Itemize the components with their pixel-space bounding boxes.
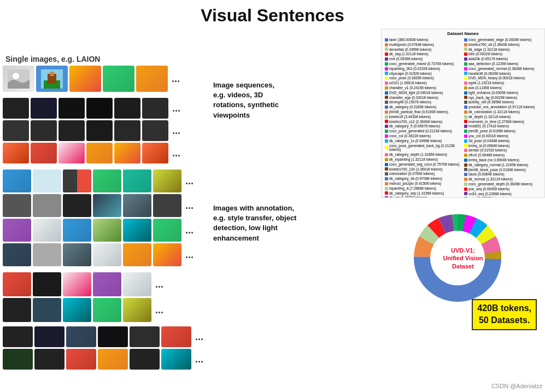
dataset-item: kinetics700_124 (2.36418 tokens) [385,167,462,172]
dataset-item: dk_category_sep (1.31958 tokens) [385,191,462,196]
annotation-label: Images with annotation,e.g. style transf… [213,203,296,243]
dataset-item: colorization (0.07698 tokens) [385,172,462,176]
dataset-item: DVD_MDN_light (0.09018 tokens) [385,91,462,95]
dataset-item: dk_category_normal (1.31958 tokens) [464,163,541,167]
dataset-item: nyu_back_bg (0.00298 tokens) [464,96,541,100]
dataset-item: chandler_ego (0.32018 tokens) [385,96,462,100]
dataset-item: instruct_pix2pix (0.41508 tokens) [385,182,462,186]
dataset-item: denlan (0.01518 tokens) [464,148,541,153]
dataset-names-panel: Dataset Names laion (380.00008 tokens)mu… [381,28,545,198]
dataset-item: dk_inpainting (1.32118 tokens) [385,157,462,162]
pie-center-label: UVD-V1: Unified Vision Dataset [443,247,483,270]
dataset-item: laion (380.00008 tokens) [385,38,462,42]
thumb-5 [136,66,168,92]
dataset-item: ava (0.11908 tokens) [464,86,541,90]
main-title: Visual Sentences [0,0,545,28]
dataset-item: moments_in_time (2.27908 tokens) [464,120,541,124]
vid-row-2: ... [3,349,314,370]
dataset-item: kinetics5 (3.44308 tokens) [385,115,462,119]
seq-row-2: ... [3,120,314,141]
dataset-item: coco_pose_generated_back_bg (0.21238 tok… [385,144,462,153]
dataset-item: coco_generated_mixed (0.73708 tokens) [385,62,462,66]
dataset-item: klim (0.09228 tokens) [464,52,541,56]
dataset-item: dk_category (0.31858 tokens) [385,105,462,109]
dataset-item: coco_generated_depth (0.39288 tokens) [464,182,541,186]
seq-row-3: ... [3,143,314,163]
dataset-item: activity_net (6.38568 tokens) [464,100,541,104]
dataset-item: DVD_MDN_heavy (0.00018 tokens) [464,76,541,80]
dataset-item: dk_edge (1.32118 tokens) [464,48,541,52]
dataset-item: you_col (0.00318 tokens) [464,134,541,138]
dataset-item: dk_category_5 (0.65878 tokens) [385,124,462,128]
dataset-item: kmhq_id (0.09848 tokens) [464,144,541,148]
tokens-badge: 420B tokens, 50 Datasets. [472,299,537,330]
dataset-item: jhm08_pose (0.01968 tokens) [464,129,541,133]
dataset-item: multisports (0.07848 tokens) [385,43,462,47]
dataset-item: aaa_detection (0.12298 tokens) [464,62,541,66]
svg-rect-5 [50,72,54,76]
dataset-item: dk_seg (1.32118 tokens) [385,52,462,56]
dataset-item: inpainting_A (7.26898 tokens) [385,186,462,191]
dataset-item: coco_pose (0.38358 tokens) [385,76,462,80]
dataset-item: coco_pose_generated (0.21238 tokens) [385,129,462,133]
dataset-item: kinetics760_s8 (2.36408 tokens) [464,43,541,47]
single-images-label: Single images, e.g. LAION [5,55,314,63]
dataset-item: 3d_pose (0.04368 tokens) [464,139,541,143]
dataset-item: coco_col (0.36228 tokens) [385,134,462,138]
dataset-item: co34_seq (0.22868 tokens) [464,192,541,196]
dataset-item: you_seq (0.06458 tokens) [464,187,541,191]
ff-row-1: ... [3,272,314,296]
dataset-item: coco_generated_normal (0.38288 tokens) [464,67,541,71]
dataset-item: handle36 (0.00288 tokens) [464,72,541,76]
ellipsis-single: ... [172,73,180,85]
dataset-item: url101 (1.09618 tokens) [385,81,462,85]
dataset-item: hmdb51 (0.17418 tokens) [464,124,541,128]
dataset-item: coco_generated_seg_coco (0.75708 tokens) [385,162,462,167]
dataset-item: dk_colorization (1.32118 tokens) [464,110,541,114]
dataset-item: eg4d (1.15218 tokens) [464,81,541,85]
thumb-1 [3,66,34,92]
thumb-4 [103,66,134,92]
dataset-item: jhm08_partical_flow (0.51908 tokens) [385,110,462,114]
ann-row-1: ... [3,169,314,192]
watermark: CSDN @Adenialzz [491,383,542,389]
dataset-item: mot (0.09398 tokens) [385,57,462,61]
ff-row-2: ... [3,298,314,322]
dataset-item: driving48 (0.15078 tokens) [385,100,462,104]
dataset-item: davis (0.00848 tokens) [464,172,541,177]
dataset-item: kmhq_back (no 0.09048 tokens) [464,158,541,162]
dataset-item: coco_generated_edge (0.39288 tokens) [464,38,541,42]
dataset-item: inpainting_002 (0.01528 tokens) [385,67,462,71]
dataset-item: dk_normal (1.32118 tokens) [464,177,541,182]
dataset-item: xfhv2 (0.99488 tokens) [464,153,541,157]
thumb-3 [69,66,101,92]
dataset-item: dk_depth (1.32118 tokens) [464,115,541,119]
dataset-item: jhm08_block_pose (0.01908 tokens) [464,168,541,172]
dataset-names-title: Dataset Names [385,31,541,36]
dataset-item: kinetics700_s12 (2.36408 tokens) [385,120,462,124]
ann-row-4: ... [3,243,314,266]
image-sequences-label: Image sequences,e.g. videos, 3Drotations… [213,80,279,120]
dataset-item: dk_category_4b (0.97088 tokens) [385,177,462,181]
dataset-item: densefab (0.24568 tokens) [385,48,462,52]
vid-row-1: ... [3,326,314,347]
dataset-item: dk_category_depth (1.31868 tokens) [385,153,462,157]
dataset-item: chandler_v1 (0.24158 tokens) [385,86,462,90]
dataset-item: youtube_vos_annotation (0.97118 tokens) [464,105,541,109]
svg-point-1 [13,73,19,79]
dataset-item: light_enhance (0.00058 tokens) [464,91,541,95]
dataset-item: dk_category_1s (0.94988 tokens) [385,139,462,143]
dataset-item: ada20k (0.05178 tokens) [464,57,541,61]
dataset-item: cityscape (0.01528 tokens) [385,72,462,76]
thumb-2 [36,66,68,92]
